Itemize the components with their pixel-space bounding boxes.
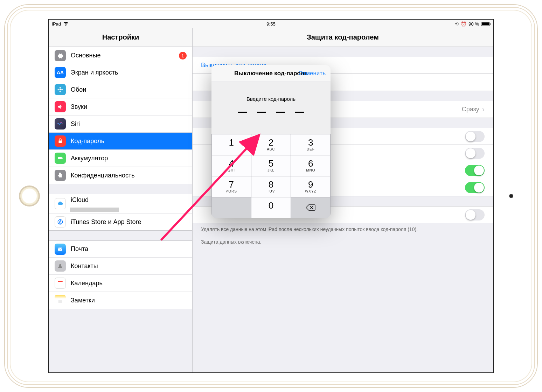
label: Звуки [71,103,87,111]
status-bar: iPad 9:55 ⟲ ⏰ 90 % [49,20,493,28]
calendar-icon [55,278,66,289]
orientation-lock-icon: ⟲ [455,21,459,27]
label: Код-пароль [71,138,104,145]
sidebar-item-icloud[interactable]: iCloud [49,194,192,214]
clock: 9:55 [266,21,275,27]
cancel-button[interactable]: Отменить [298,70,326,77]
notes-icon [55,295,66,306]
value: Сразу [462,106,479,113]
key-delete[interactable] [291,197,331,218]
label: Контакты [71,262,98,270]
sidebar-item-notes[interactable]: Заметки [49,292,192,309]
toggle[interactable] [465,148,485,159]
key-5[interactable]: 5JKL [251,155,291,176]
toggle[interactable] [465,182,485,193]
key-0[interactable]: 0 [251,197,291,218]
sidebar-item-passcode[interactable]: Код-пароль [49,133,192,150]
protection-note: Защита данных включена. [193,236,493,248]
svg-rect-11 [58,282,63,286]
sidebar-item-wallpaper[interactable]: Обои [49,81,192,98]
speaker-icon [55,101,66,112]
sidebar-title: Настройки [49,28,192,47]
svg-rect-6 [62,158,63,159]
key-4[interactable]: 4GHI [211,155,251,176]
hand-icon [55,170,66,181]
mail-icon [55,244,66,255]
erase-note: Удалять все данные на этом iPad после не… [193,223,493,236]
screen: iPad 9:55 ⟲ ⏰ 90 % Настройки Основные 1 [48,19,494,373]
key-7[interactable]: 7PQRS [211,176,251,197]
svg-point-0 [60,89,61,91]
sidebar-item-calendar[interactable]: Календарь [49,275,192,292]
sidebar-item-siri[interactable]: Siri [49,115,192,133]
modal-header: Выключение код-пароля Отменить [211,65,331,82]
svg-point-4 [61,89,63,91]
label: iCloud [71,196,89,204]
label: Основные [71,52,100,59]
contacts-icon [55,260,66,272]
cloud-icon [55,198,66,209]
alarm-icon: ⏰ [461,21,466,27]
label: Заметки [71,297,95,304]
sidebar-item-privacy[interactable]: Конфиденциальность [49,167,192,184]
siri-icon [55,118,66,130]
detail-title: Защита код-паролем [193,28,493,47]
label: Почта [71,245,88,253]
label: Siri [71,120,80,128]
key-6[interactable]: 6MNO [291,155,331,176]
label: Обои [71,86,86,93]
home-button[interactable] [19,186,40,206]
key-1[interactable]: 1 [211,134,251,155]
battery-pct: 90 % [468,21,479,27]
svg-point-2 [60,91,61,92]
badge: 1 [179,52,187,59]
settings-sidebar: Настройки Основные 1 AA Экран и яркость [49,28,193,372]
label: Экран и яркость [71,69,118,76]
svg-point-1 [60,87,61,89]
lock-icon [55,135,66,147]
key-8[interactable]: 8TUV [251,176,291,197]
battery-icon [55,153,66,164]
icloud-account-blur [70,208,119,212]
device-label: iPad [52,21,61,27]
sidebar-item-display[interactable]: AA Экран и яркость [49,64,192,81]
appstore-icon [55,216,66,227]
label: Аккумулятор [71,155,108,162]
battery-icon [481,22,490,26]
sidebar-item-contacts[interactable]: Контакты [49,258,192,275]
modal-title: Выключение код-пароля [234,70,308,77]
gear-icon [55,50,66,61]
sidebar-item-general[interactable]: Основные 1 [49,47,192,64]
passcode-field [218,112,324,113]
label: iTunes Store и App Store [71,218,141,226]
key-blank [211,197,251,218]
text-size-icon: AA [55,67,66,78]
toggle[interactable] [465,165,485,176]
key-2[interactable]: 2ABC [251,134,291,155]
camera-dot [509,194,513,198]
toggle[interactable] [465,209,485,220]
svg-rect-5 [58,157,62,159]
sidebar-item-battery[interactable]: Аккумулятор [49,150,192,167]
sidebar-item-mail[interactable]: Почта [49,240,192,258]
modal-prompt: Введите код-пароль [218,96,324,102]
key-3[interactable]: 3DEF [291,134,331,155]
toggle[interactable] [465,131,485,142]
svg-rect-8 [58,247,62,251]
flower-icon [55,84,66,95]
label: Календарь [71,280,103,287]
sidebar-item-sounds[interactable]: Звуки [49,98,192,115]
key-9[interactable]: 9WXYZ [291,176,331,197]
numeric-keypad: 1 2ABC 3DEF 4GHI 5JKL 6MNO 7PQRS 8TUV 9W… [211,134,331,218]
svg-point-9 [59,264,61,266]
svg-rect-10 [58,281,63,282]
wifi-icon [63,21,69,27]
svg-point-3 [58,89,60,91]
chevron-right-icon: › [482,105,485,114]
passcode-modal: Выключение код-пароля Отменить Введите к… [211,65,331,218]
backspace-icon [306,204,315,211]
label: Конфиденциальность [71,172,135,179]
sidebar-item-itunes[interactable]: iTunes Store и App Store [49,214,192,231]
